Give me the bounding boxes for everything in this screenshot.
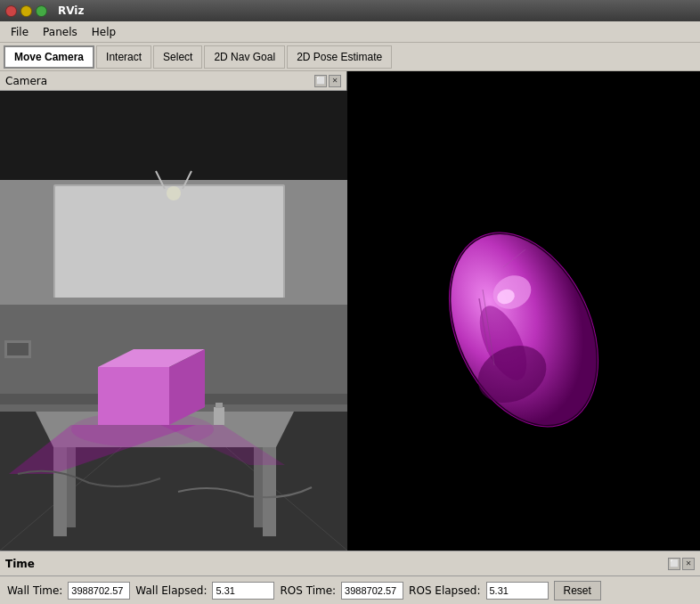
select-button[interactable]: Select [153,45,202,69]
time-panel-title: Time [5,558,35,570]
status-bar: Time ⬜ ✕ [0,551,700,575]
time-bar: Wall Time: Wall Elapsed: ROS Time: ROS E… [0,575,700,604]
camera-view[interactable] [0,91,347,551]
main-content: Camera ⬜ ✕ [0,71,700,551]
svg-rect-4 [55,186,283,298]
svg-rect-12 [7,343,28,355]
status-panel-controls[interactable]: ⬜ ✕ [668,558,695,570]
camera-panel-header: Camera ⬜ ✕ [0,71,346,91]
close-button[interactable] [5,5,17,17]
wall-elapsed-label: Wall Elapsed: [135,584,207,597]
window-controls[interactable] [5,5,47,17]
svg-marker-19 [98,367,169,425]
2d-nav-goal-button[interactable]: 2D Nav Goal [204,45,285,69]
svg-rect-5 [53,298,285,305]
wall-time-label: Wall Time: [7,584,62,597]
toolbar: Move Camera Interact Select 2D Nav Goal … [0,43,700,71]
titlebar: RViz [0,0,700,21]
wall-elapsed-input[interactable] [212,582,274,600]
camera-scene [0,91,347,551]
minimize-button[interactable] [20,5,32,17]
ros-elapsed-label: ROS Elapsed: [409,584,480,597]
camera-panel: Camera ⬜ ✕ [0,71,347,551]
reset-button[interactable]: Reset [554,581,601,600]
3d-view[interactable] [347,71,700,551]
window-title: RViz [58,4,84,17]
status-restore-button[interactable]: ⬜ [668,558,680,570]
svg-rect-25 [216,403,223,408]
status-close-button[interactable]: ✕ [682,558,695,570]
menu-panels[interactable]: Panels [36,24,85,40]
wall-time-input[interactable] [68,582,130,600]
3d-scene [347,71,700,551]
svg-rect-24 [214,407,224,425]
2d-pose-estimate-button[interactable]: 2D Pose Estimate [287,45,392,69]
panel-close-button[interactable]: ✕ [329,75,341,87]
svg-point-26 [167,186,181,200]
ros-time-label: ROS Time: [280,584,336,597]
menubar: File Panels Help [0,21,700,43]
menu-help[interactable]: Help [85,24,123,40]
maximize-button[interactable] [36,5,47,17]
panel-controls[interactable]: ⬜ ✕ [314,75,341,87]
ros-elapsed-input[interactable] [486,582,549,600]
move-camera-button[interactable]: Move Camera [4,45,94,69]
ros-time-input[interactable] [341,582,403,600]
panel-restore-button[interactable]: ⬜ [314,75,327,87]
menu-file[interactable]: File [4,24,36,40]
interact-button[interactable]: Interact [96,45,151,69]
camera-panel-title: Camera [5,75,47,87]
